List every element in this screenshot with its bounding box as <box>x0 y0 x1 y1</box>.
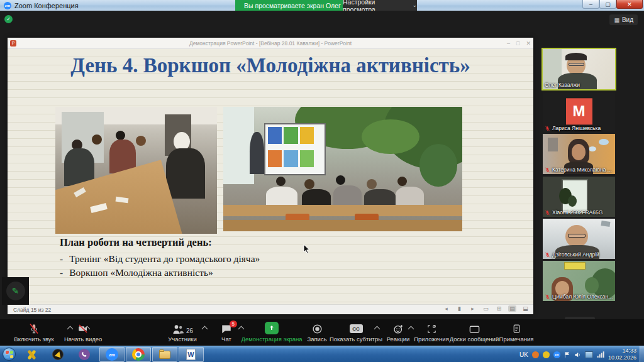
windows-taskbar: zm W UK zm 14:33 10.02. <box>0 346 644 362</box>
icon-shape: W <box>186 349 196 360</box>
apps-button[interactable]: Приложения <box>413 322 450 343</box>
participant-tile-dzihovskyi[interactable]: Дзіговський Андрій <box>543 219 615 259</box>
next-slide-button[interactable]: ▸ <box>469 305 477 312</box>
share-screen-button[interactable]: Демонстрация экрана <box>248 322 296 343</box>
gallery-view-button[interactable]: ▦ Вид <box>609 14 638 25</box>
annotate-pencil-button[interactable]: ✎ <box>6 282 25 300</box>
ppt-close-button[interactable]: ✕ <box>526 40 531 47</box>
taskbar-app-icon-viber[interactable] <box>78 348 91 361</box>
photo-shape <box>333 185 362 207</box>
participant-name-label: Цимбал Юлія Олексан... <box>545 293 613 300</box>
start-flag-pane <box>10 354 13 358</box>
powerpoint-window: P Демонстрация PowerPoint - [Вебінар 28.… <box>8 38 533 314</box>
prev-slide-button[interactable]: ◂ <box>442 305 450 312</box>
show-desktop-button[interactable] <box>640 346 644 362</box>
taskbar-app-icon-chrome[interactable] <box>132 348 145 361</box>
video-scene-shape <box>585 277 599 293</box>
icon-shape <box>136 353 140 356</box>
slideshow-menu-button[interactable]: ▮ <box>455 305 464 312</box>
video-scene-shape <box>564 262 586 270</box>
network-signal-icon[interactable] <box>597 351 604 358</box>
captions-label: Показать субтитры <box>330 336 382 343</box>
mic-muted-icon <box>545 126 550 131</box>
action-center-flag-icon[interactable] <box>564 351 570 358</box>
reactions-button[interactable]: Реакции <box>382 322 414 343</box>
slide-photo-classroom-table <box>55 107 217 234</box>
photo-shape <box>304 179 314 189</box>
start-video-button[interactable]: Начать видео <box>39 322 102 343</box>
tray-app-icon-yellow[interactable] <box>543 351 550 358</box>
participant-name: Дзіговський Андрій <box>552 251 599 258</box>
powerpoint-status-icons: ◂ ▮ ▸ ▭ ⊞ ▤ ⬓ <box>442 305 530 312</box>
taskbar-app-icon-aimp[interactable] <box>52 348 64 361</box>
participant-tile-xiaomi[interactable]: Xiaomi 2502FRA65G <box>543 177 615 217</box>
participant-name-label: Xiaomi 2502FRA65G <box>545 209 602 216</box>
tray-zoom-icon[interactable]: zm <box>553 351 560 358</box>
plan-item: - Тренінг «Від студента до громадського … <box>60 252 324 266</box>
participant-name: Лариса Янішевська <box>552 125 601 131</box>
video-scene-shape <box>565 53 587 60</box>
mouse-cursor <box>303 244 310 254</box>
shared-screen-area: ✓ ▦ Вид P Демонстрация PowerPoint - [Веб… <box>0 11 644 319</box>
security-shield-icon[interactable]: ✓ <box>4 15 13 23</box>
notes-icon <box>512 322 521 334</box>
taskbar-app-icon-explorer[interactable] <box>158 348 171 361</box>
photo-shape <box>419 144 458 186</box>
participants-button[interactable]: 26 Участники <box>160 322 204 343</box>
slideshow-view-button[interactable]: ⬓ <box>521 305 530 312</box>
participant-name: Олег Кавалжи <box>545 82 580 88</box>
clock-time: 14:33 <box>608 348 636 354</box>
chat-button[interactable]: 5 Чат <box>213 322 240 343</box>
view-settings-dropdown[interactable]: Настройки просмотра ⌄ <box>343 0 417 11</box>
taskbar-clock[interactable]: 14:33 10.02.2026 <box>608 348 636 362</box>
tray-app-icon-orange[interactable] <box>532 351 539 358</box>
mic-off-icon <box>28 322 40 334</box>
close-button[interactable]: ✕ <box>616 0 643 9</box>
chat-badge: 5 <box>230 321 237 327</box>
window-titlebar: zm Zoom Конференция Вы просматриваете эк… <box>0 0 644 11</box>
view-button-label: Вид <box>622 16 633 23</box>
zoom-app-icon: zm <box>4 2 11 9</box>
volume-icon[interactable] <box>574 351 581 358</box>
photo-shape <box>284 127 298 144</box>
language-indicator[interactable]: UK <box>519 351 528 358</box>
ppt-minimize-button[interactable]: – <box>507 40 510 47</box>
chat-label: Чат <box>221 336 231 343</box>
captions-button[interactable]: CC Показать субтитры <box>326 322 386 343</box>
participant-tile-larysa[interactable]: M Лариса Янішевська <box>543 92 615 133</box>
minimize-button[interactable]: – <box>582 0 599 9</box>
photo-shape <box>250 132 264 174</box>
display-tray-icon[interactable] <box>585 351 593 358</box>
slide-sorter-view-button[interactable]: ⊞ <box>495 305 503 312</box>
photo-shape <box>166 148 205 199</box>
normal-view-button[interactable]: ▭ <box>482 305 490 312</box>
start-flag-pane <box>10 351 13 354</box>
bullet: - <box>60 252 63 266</box>
start-flag-pane <box>6 351 9 354</box>
slide-counter: Слайд 15 из 22 <box>11 306 53 314</box>
photo-shape <box>397 177 407 186</box>
taskbar-app-icon-word[interactable]: W <box>185 348 197 361</box>
slide-title: День 4. Воркшоп «Молодіжна активність» <box>45 54 496 78</box>
participant-tile-tsymbal[interactable]: Цимбал Юлія Олексан... <box>543 261 615 301</box>
photo-shape <box>336 175 345 185</box>
reading-view-button[interactable]: ▤ <box>508 305 516 312</box>
video-scene-shape <box>548 138 558 151</box>
taskbar-app-icon-zoom[interactable]: zm <box>106 348 118 361</box>
participant-tile-oleg[interactable]: Олег Кавалжи <box>543 49 615 89</box>
participant-name-label: Дзіговський Андрій <box>545 251 599 258</box>
participant-tile-kateryna[interactable]: Катерина Миколаївна ... <box>543 134 615 174</box>
plan-item-text: Воркшоп «Молодіжна активність» <box>69 266 213 280</box>
ppt-maximize-button[interactable]: □ <box>516 40 519 47</box>
annotation-widget: ✎ <box>2 277 29 305</box>
taskbar-app-icon-toy[interactable] <box>25 348 38 361</box>
meeting-toolbar: Включить звук Начать видео 26 Участники … <box>0 319 644 346</box>
maximize-button[interactable]: ▢ <box>599 0 616 9</box>
notes-button[interactable]: Примечания <box>497 322 536 343</box>
whiteboards-label: Доски сообщений <box>450 336 499 343</box>
whiteboards-button[interactable]: Доски сообщений <box>448 322 501 343</box>
participant-name-label: Лариса Янішевська <box>545 125 601 131</box>
participants-label: Участники <box>168 336 196 343</box>
icon-shape <box>159 349 164 352</box>
start-button[interactable] <box>3 348 16 361</box>
